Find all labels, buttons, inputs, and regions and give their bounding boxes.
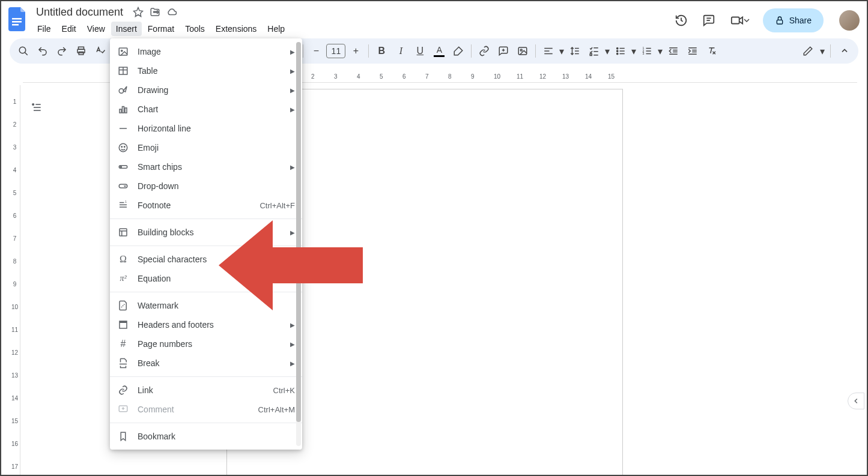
- menu-item-building-blocks[interactable]: Building blocks▶: [110, 223, 302, 242]
- undo-icon[interactable]: [34, 42, 52, 60]
- svg-rect-5: [731, 17, 739, 24]
- increase-indent-icon[interactable]: [684, 42, 702, 60]
- cloud-status-icon[interactable]: [166, 7, 177, 17]
- menu-item-table[interactable]: Table▶: [110, 61, 302, 80]
- submenu-arrow-icon: ▶: [290, 106, 295, 113]
- menu-item-break[interactable]: Break▶: [110, 354, 302, 373]
- line-spacing-icon[interactable]: [566, 42, 584, 60]
- drawing-icon: [117, 84, 129, 96]
- meet-icon[interactable]: [728, 12, 752, 29]
- submenu-arrow-icon: ▶: [290, 49, 295, 55]
- insert-menu-dropdown: Image▶ Table▶ Drawing▶ Chart▶ Horizontal…: [110, 38, 302, 450]
- share-button[interactable]: Share: [763, 8, 824, 32]
- separator: [110, 292, 302, 292]
- menu-view[interactable]: View: [82, 22, 110, 36]
- highlight-icon[interactable]: [449, 42, 467, 60]
- search-icon[interactable]: [14, 42, 32, 60]
- link-icon: [117, 384, 129, 396]
- font-size-input[interactable]: 11: [326, 44, 345, 58]
- decrease-font-icon[interactable]: −: [307, 42, 325, 60]
- emoji-icon: [117, 142, 129, 154]
- menu-item-horizontal-line[interactable]: Horizontal line: [110, 119, 302, 138]
- docs-logo-icon[interactable]: [6, 7, 30, 31]
- editing-mode-icon[interactable]: [799, 42, 817, 60]
- insert-link-icon[interactable]: [475, 42, 493, 60]
- svg-point-7: [19, 47, 26, 53]
- menu-item-image[interactable]: Image▶: [110, 42, 302, 61]
- add-comment-icon[interactable]: [494, 42, 512, 60]
- menu-item-drawing[interactable]: Drawing▶: [110, 80, 302, 100]
- menu-item-smart-chips[interactable]: Smart chips▶: [110, 157, 302, 176]
- svg-text:3: 3: [643, 52, 645, 55]
- separator: [535, 44, 536, 58]
- svg-point-64: [124, 146, 126, 148]
- menu-item-footnote[interactable]: 1FootnoteCtrl+Alt+F: [110, 196, 302, 215]
- menu-insert[interactable]: Insert: [111, 22, 142, 36]
- side-panel-toggle-icon[interactable]: [848, 393, 864, 409]
- menu-format[interactable]: Format: [143, 22, 179, 36]
- svg-rect-59: [123, 107, 124, 113]
- collapse-toolbar-icon[interactable]: [836, 42, 854, 60]
- menu-item-watermark[interactable]: Watermark: [110, 296, 302, 315]
- document-title[interactable]: Untitled document: [32, 6, 127, 19]
- checklist-icon[interactable]: [585, 42, 603, 60]
- print-icon[interactable]: [72, 42, 90, 60]
- menu-item-dropdown[interactable]: Drop-down: [110, 176, 302, 196]
- increase-font-icon[interactable]: +: [347, 42, 365, 60]
- clear-format-icon[interactable]: [703, 42, 721, 60]
- numbered-list-icon[interactable]: 123: [638, 42, 656, 60]
- chevron-down-icon[interactable]: ▾: [657, 46, 663, 57]
- vertical-ruler[interactable]: 1234567891011121314151617: [10, 85, 20, 475]
- menu-edit[interactable]: Edit: [57, 22, 81, 36]
- account-avatar[interactable]: [839, 10, 860, 31]
- separator: [110, 246, 302, 246]
- horizontal-line-icon: [117, 122, 129, 134]
- menu-item-headers-footers[interactable]: Headers and footers▶: [110, 315, 302, 334]
- decrease-indent-icon[interactable]: [664, 42, 682, 60]
- svg-rect-52: [119, 48, 127, 55]
- svg-rect-60: [125, 108, 127, 113]
- history-icon[interactable]: [673, 12, 690, 29]
- text-color-icon[interactable]: A: [430, 42, 448, 60]
- comments-icon[interactable]: [700, 12, 717, 29]
- menu-tools[interactable]: Tools: [180, 22, 210, 36]
- separator: [110, 218, 302, 219]
- headers-footers-icon: [117, 319, 129, 331]
- menu-item-special-characters[interactable]: ΩSpecial characters: [110, 250, 302, 269]
- image-icon: [117, 46, 129, 58]
- submenu-arrow-icon: ▶: [290, 229, 295, 236]
- star-icon[interactable]: [133, 7, 144, 17]
- svg-rect-72: [120, 229, 127, 236]
- menu-help[interactable]: Help: [263, 22, 290, 36]
- insert-image-icon[interactable]: [514, 42, 532, 60]
- svg-point-66: [120, 166, 121, 167]
- chevron-down-icon[interactable]: ▾: [631, 46, 637, 57]
- dropdown-scrollbar[interactable]: [296, 42, 301, 446]
- menu-item-page-numbers[interactable]: #Page numbers▶: [110, 334, 302, 354]
- menu-file[interactable]: File: [32, 22, 56, 36]
- svg-point-15: [521, 49, 523, 51]
- outline-toggle-icon[interactable]: [28, 98, 46, 116]
- bold-icon[interactable]: B: [372, 42, 390, 60]
- chevron-down-icon[interactable]: ▾: [604, 46, 610, 57]
- menu-item-chart[interactable]: Chart▶: [110, 100, 302, 119]
- svg-rect-1: [12, 21, 22, 23]
- move-icon[interactable]: [150, 7, 160, 17]
- menu-item-link[interactable]: LinkCtrl+K: [110, 381, 302, 400]
- redo-icon[interactable]: [53, 42, 71, 60]
- omega-icon: Ω: [117, 253, 129, 265]
- underline-icon[interactable]: U: [411, 42, 429, 60]
- svg-line-8: [25, 52, 28, 55]
- menu-item-equation[interactable]: π²Equation: [110, 269, 302, 288]
- menu-item-bookmark[interactable]: Bookmark: [110, 427, 302, 446]
- pi-icon: π²: [117, 273, 129, 285]
- italic-icon[interactable]: I: [392, 42, 410, 60]
- align-icon[interactable]: [539, 42, 557, 60]
- bullet-list-icon[interactable]: [612, 42, 630, 60]
- menu-extensions[interactable]: Extensions: [211, 22, 261, 36]
- spellcheck-icon[interactable]: [91, 42, 109, 60]
- chevron-down-icon[interactable]: ▾: [559, 46, 565, 57]
- menu-item-emoji[interactable]: Emoji: [110, 138, 302, 157]
- svg-point-53: [121, 50, 123, 51]
- chevron-down-icon[interactable]: ▾: [819, 46, 825, 57]
